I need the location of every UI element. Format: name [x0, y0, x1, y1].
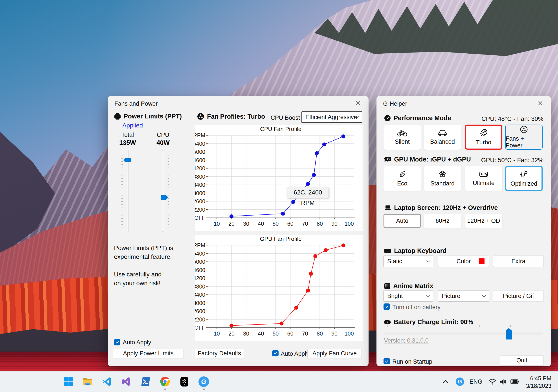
- terminal-icon[interactable]: [140, 376, 151, 387]
- version-link[interactable]: Version: 0.31.0.0: [384, 337, 429, 344]
- fans-and-power-window: Fans and Power × Power Limits (PPT) Appl…: [108, 96, 368, 366]
- svg-text:GPU Fan Profile: GPU Fan Profile: [260, 235, 301, 242]
- svg-text:40: 40: [258, 331, 264, 337]
- svg-text:90: 90: [331, 331, 338, 337]
- auto-apply-power-checkbox[interactable]: [114, 339, 120, 345]
- svg-text:70: 70: [302, 331, 308, 337]
- window-title: Fans and Power: [114, 100, 158, 107]
- file-explorer-icon[interactable]: [82, 376, 93, 387]
- svg-text:3800: 3800: [195, 174, 205, 180]
- svg-text:5400: 5400: [195, 250, 205, 257]
- check-icon: [385, 305, 389, 309]
- screen-button-60hz[interactable]: 60Hz: [424, 214, 461, 228]
- visual-studio-icon[interactable]: [121, 376, 131, 387]
- chip-icon: [114, 113, 121, 120]
- anime-mode-select[interactable]: Picture: [438, 290, 489, 302]
- screen-button-120hz-od[interactable]: 120Hz + OD: [465, 214, 502, 228]
- svg-text:2200: 2200: [195, 207, 205, 213]
- gpu-icon: [384, 156, 392, 163]
- vscode-icon[interactable]: [102, 376, 112, 387]
- quit-button[interactable]: Quit: [500, 355, 544, 365]
- total-slider-handle[interactable]: [123, 158, 131, 162]
- apply-fan-curve-button[interactable]: Apply Fan Curve: [307, 349, 362, 358]
- power-limits-header: Power Limits (PPT): [114, 113, 182, 120]
- svg-text:4200: 4200: [195, 165, 205, 171]
- svg-text:2600: 2600: [195, 308, 205, 314]
- anime-picture-gif-button[interactable]: Picture / Gif: [493, 290, 544, 302]
- fan-curve-tooltip: 62C, 2400 RPM: [287, 187, 329, 198]
- gpu-mode-title: GPU Mode: iGPU + dGPU: [394, 156, 471, 163]
- gpu-button-standard[interactable]: Standard: [424, 166, 461, 191]
- speedometer-icon: [384, 115, 391, 122]
- svg-text:40: 40: [258, 221, 264, 227]
- gpu-button-label: Ultimate: [473, 180, 494, 187]
- cpu-boost-select[interactable]: Efficient Aggressive: [301, 111, 362, 123]
- close-icon[interactable]: ×: [535, 98, 546, 108]
- apply-power-limits-button[interactable]: Apply Power Limits: [113, 349, 184, 358]
- auto-apply-fan-checkbox[interactable]: [272, 350, 279, 356]
- mode-button-turbo[interactable]: Turbo: [465, 125, 502, 150]
- mode-button-balanced[interactable]: Balanced: [424, 125, 461, 150]
- g-helper-window: G-Helper × Performance Mode CPU: 48°C - …: [376, 96, 551, 366]
- window-title: G-Helper: [383, 100, 407, 107]
- chevron-down-icon: [482, 293, 486, 297]
- laptop-icon: [384, 205, 392, 211]
- media-app-icon[interactable]: [179, 376, 190, 387]
- warning-text: on your own risk!: [114, 280, 161, 287]
- tray-chevron-up-icon[interactable]: [439, 371, 452, 392]
- speaker-icon[interactable]: [498, 371, 509, 392]
- svg-text:5400: 5400: [195, 141, 205, 147]
- cpu-boost-value: Efficient Aggressive: [305, 114, 357, 121]
- anime-brightness-value: Bright: [387, 293, 403, 300]
- windows-start-icon[interactable]: [63, 376, 73, 387]
- keyboard-mode-select[interactable]: Static: [384, 256, 433, 267]
- svg-text:3400: 3400: [195, 182, 205, 188]
- svg-text:50: 50: [273, 221, 279, 227]
- running-indicator: [203, 389, 205, 390]
- keyboard-color-button[interactable]: Color: [438, 256, 489, 267]
- gpu-button-label: Optimized: [510, 180, 537, 187]
- screen-button-auto[interactable]: Auto: [384, 214, 421, 228]
- g-helper-icon[interactable]: G: [199, 376, 209, 387]
- close-icon[interactable]: ×: [353, 98, 363, 108]
- anime-mode-value: Picture: [442, 293, 460, 300]
- cpu-slider-track[interactable]: [162, 150, 164, 232]
- laptop-screen-header: Laptop Screen: 120Hz + Overdrive: [384, 204, 498, 211]
- laptop-screen-title: Laptop Screen: 120Hz + Overdrive: [394, 204, 498, 211]
- tray-g-helper-icon[interactable]: G: [454, 371, 466, 392]
- cpu-fan-chart[interactable]: 102030405060708090100OFF2200260030003400…: [195, 125, 363, 231]
- turn-off-on-battery-label: Turn off on battery: [392, 304, 441, 311]
- svg-text:OFF: OFF: [195, 215, 205, 221]
- battery-limit-title: Battery Charge Limit: 90%: [394, 318, 473, 326]
- svg-text:100: 100: [345, 331, 354, 337]
- factory-defaults-button[interactable]: Factory Defaults: [195, 349, 244, 358]
- chrome-icon[interactable]: [160, 376, 170, 387]
- keyboard-extra-button[interactable]: Extra: [493, 256, 544, 267]
- cpu-slider-handle[interactable]: [161, 195, 168, 200]
- gpu-button-optimized[interactable]: Optimized: [505, 166, 543, 191]
- battery-slider-track[interactable]: [384, 332, 543, 334]
- tray-clock[interactable]: 6:45 PM 3/18/2023: [512, 375, 551, 390]
- turn-off-on-battery-checkbox[interactable]: [384, 303, 390, 310]
- check-icon: [273, 351, 278, 356]
- gpu-button-ultimate[interactable]: Ultimate: [465, 166, 502, 191]
- mode-button-fans-power[interactable]: Fans + Power: [505, 125, 543, 150]
- cpu-value: 40W: [151, 139, 175, 146]
- wifi-icon[interactable]: [487, 371, 498, 392]
- mode-button-silent[interactable]: Silent: [384, 125, 421, 150]
- anime-brightness-select[interactable]: Bright: [384, 290, 433, 302]
- gpu-fan-chart[interactable]: 102030405060708090100OFF2200260030003400…: [195, 235, 363, 341]
- gpu-button-label: Eco: [397, 180, 408, 187]
- run-on-startup-checkbox[interactable]: [384, 358, 390, 364]
- applied-link[interactable]: Applied: [122, 122, 143, 129]
- gpu-button-eco[interactable]: Eco: [384, 166, 421, 191]
- tray-language[interactable]: ENG: [468, 371, 484, 392]
- battery-slider-handle[interactable]: [506, 328, 512, 340]
- svg-text:3000: 3000: [195, 300, 205, 306]
- auto-apply-fan-label: Auto Apply: [281, 350, 309, 357]
- laptop-keyboard-header: Laptop Keyboard: [384, 247, 446, 254]
- svg-text:30: 30: [243, 221, 249, 227]
- svg-text:80: 80: [317, 331, 323, 337]
- svg-text:60: 60: [287, 221, 294, 227]
- matrix-grid-icon: [384, 283, 391, 289]
